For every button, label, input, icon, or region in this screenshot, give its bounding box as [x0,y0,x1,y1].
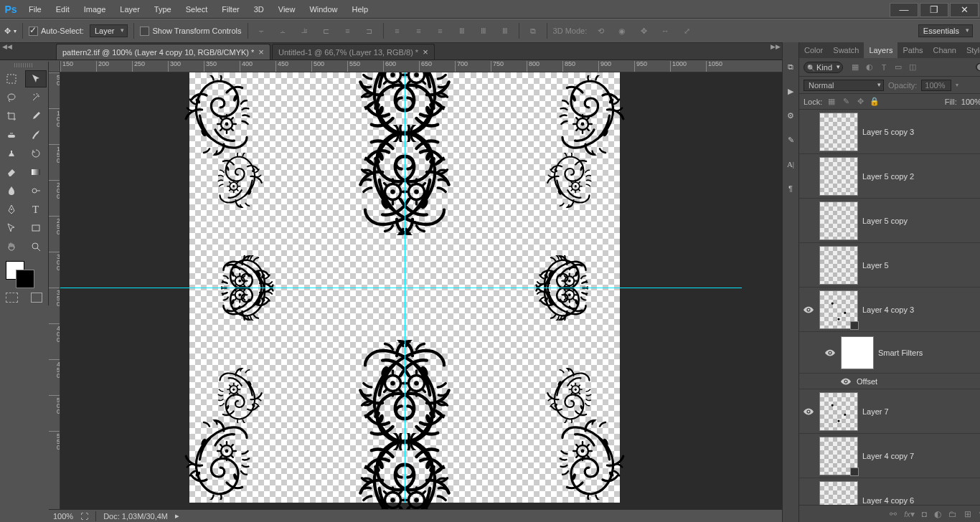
quick-mask-icon[interactable] [6,293,18,303]
expand-icon[interactable]: ⛶ [80,512,88,521]
hand-tool-icon[interactable] [1,238,22,255]
layer-row[interactable]: Layer 4 copy 3⎙ [799,288,980,332]
zoom-tool-icon[interactable] [25,238,47,255]
distribute-vcenter-icon[interactable]: ≡ [411,23,427,39]
close-icon[interactable]: × [423,47,428,57]
layer-group-icon[interactable]: 🗀 [948,509,957,519]
collapse-left-icon[interactable]: ◀◀ [2,44,12,49]
layer-visibility-toggle[interactable] [802,306,815,313]
gradient-tool-icon[interactable] [25,163,47,181]
layer-thumbnail[interactable] [819,290,858,329]
menu-filter[interactable]: Filter [215,0,246,19]
layer-mask-icon[interactable]: ◘ [922,509,927,519]
panel-tab-paths[interactable]: Paths [897,42,928,58]
layer-effects-icon[interactable]: fx▾ [904,509,915,519]
layer-name-label[interactable]: Layer 4 copy 7 [862,452,980,460]
panel-tab-swatch[interactable]: Swatch [828,42,864,58]
panel-tab-chann[interactable]: Chann [928,42,961,58]
eraser-tool-icon[interactable] [1,163,22,181]
path-selection-tool-icon[interactable] [1,219,22,237]
pen-tool-icon[interactable] [1,201,22,218]
align-right-edges-icon[interactable]: ⊐ [362,23,377,39]
lock-position-icon[interactable]: ✥ [855,97,865,107]
panel-tab-layers[interactable]: Layers [864,42,897,58]
layer-row[interactable]: Layer 7 [799,389,980,434]
smart-filter-item[interactable]: Offset≡ [799,374,980,389]
document-size[interactable]: Doc: 1,03M/30,4M [103,512,168,521]
layer-thumbnail[interactable] [819,201,858,240]
lasso-tool-icon[interactable] [1,89,22,106]
screen-mode-icon[interactable] [31,293,43,303]
layer-filter-dropdown[interactable]: Kind [804,62,843,73]
align-left-edges-icon[interactable]: ⊏ [319,23,334,39]
filter-name-label[interactable]: Offset [857,377,980,386]
opacity-input[interactable]: 100% [921,80,951,91]
layer-visibility-toggle[interactable] [839,378,852,385]
panel-tab-color[interactable]: Color [799,42,828,58]
layer-thumbnail[interactable] [819,392,858,431]
document-canvas[interactable] [189,72,620,503]
filter-toggle[interactable] [976,63,980,71]
auto-select-checkbox[interactable]: Auto-Select: [29,27,84,36]
color-swatches[interactable] [0,257,48,290]
layer-visibility-toggle[interactable] [802,408,815,415]
clone-source-panel-icon[interactable]: ✎ [783,133,798,147]
filter-pixel-icon[interactable]: ▦ [850,62,860,72]
align-horizontal-centers-icon[interactable]: ≡ [340,23,356,39]
filter-adjustment-icon[interactable]: ◐ [864,62,875,72]
document-tab-inactive[interactable]: Untitled-1 @ 66,7% (Layer 13, RGB/8) *× [272,44,435,60]
auto-align-icon[interactable]: ⧉ [525,23,541,39]
brush-tool-icon[interactable] [25,126,47,143]
clone-stamp-tool-icon[interactable] [1,145,22,162]
horizontal-guide[interactable] [60,288,742,288]
distribute-right-icon[interactable]: Ⅲ [497,23,513,39]
brush-panel-icon[interactable]: ⚙ [783,108,798,123]
paragraph-panel-icon[interactable]: ¶ [783,181,798,196]
workspace-dropdown[interactable]: Essentials [918,24,973,37]
auto-select-target-dropdown[interactable]: Layer [90,24,128,37]
layer-row[interactable]: Layer 5 [799,243,980,288]
filter-smart-icon[interactable]: ◫ [908,62,918,72]
lock-pixels-icon[interactable]: ✎ [841,97,851,107]
actions-panel-icon[interactable]: ▶ [783,84,798,98]
new-layer-icon[interactable]: ⊞ [964,509,971,519]
distribute-top-icon[interactable]: ≡ [390,23,405,39]
layer-thumbnail[interactable] [819,113,858,151]
layer-name-label[interactable]: Layer 4 copy 3 [862,305,980,314]
window-minimize-button[interactable]: — [890,3,918,17]
eyedropper-tool-icon[interactable] [25,108,47,125]
close-icon[interactable]: × [258,47,264,57]
layer-name-label[interactable]: Layer 5 copy 3 [862,128,980,136]
healing-brush-tool-icon[interactable] [1,126,22,143]
layer-row[interactable]: Layer 5 copy 2 [799,154,980,199]
background-color-swatch[interactable] [16,270,34,288]
ruler-origin[interactable] [49,61,60,72]
layer-visibility-toggle[interactable] [824,349,837,356]
panel-tab-styles[interactable]: Styles [961,42,980,58]
marquee-tool-icon[interactable] [1,70,22,87]
lock-transparency-icon[interactable]: ▦ [826,97,837,107]
layer-thumbnail[interactable] [819,437,858,475]
align-vertical-centers-icon[interactable]: ⫠ [275,23,291,39]
link-layers-icon[interactable]: ⚯ [890,509,897,519]
vertical-ruler[interactable]: 50100150200250300350400450500550 [49,72,60,509]
history-brush-tool-icon[interactable] [25,145,47,162]
smart-filters-row[interactable]: Smart Filters [799,332,980,374]
distribute-bottom-icon[interactable]: ≡ [433,23,448,39]
align-top-edges-icon[interactable]: ⫟ [254,23,270,39]
menu-help[interactable]: Help [345,0,376,19]
layer-name-label[interactable]: Layer 5 copy [862,217,980,225]
layer-name-label[interactable]: Layer 5 [862,261,980,270]
window-restore-button[interactable]: ❐ [920,3,948,17]
distribute-left-icon[interactable]: Ⅲ [454,23,470,39]
filter-type-icon[interactable]: T [879,62,889,72]
move-tool-icon[interactable] [25,70,47,87]
lock-all-icon[interactable]: 🔒 [870,97,880,107]
zoom-level[interactable]: 100% [53,512,73,521]
layer-name-label[interactable]: Layer 4 copy 6 [862,496,980,505]
layer-thumbnail[interactable] [819,157,858,196]
layer-row[interactable]: Layer 5 copy [799,199,980,243]
horizontal-ruler[interactable]: 1502002503003504004505005506006507007508… [60,61,782,72]
window-close-button[interactable]: ✕ [950,3,979,17]
blur-tool-icon[interactable] [1,182,22,199]
